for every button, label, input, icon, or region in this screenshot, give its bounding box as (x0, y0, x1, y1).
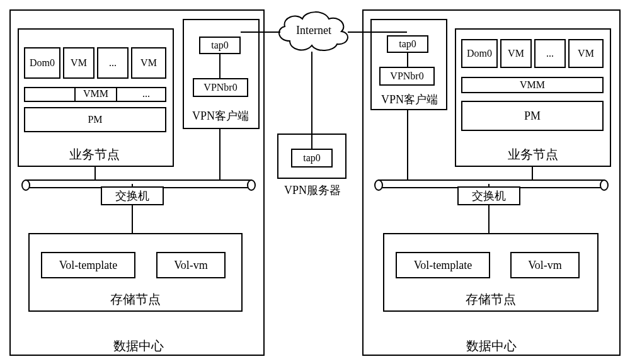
right-pipe-to-switch (488, 184, 490, 186)
left-biz-pm: PM (24, 107, 166, 132)
right-vpn-label: VPN客户端 (378, 92, 441, 107)
right-vpn-tap: tap0 (387, 35, 428, 53)
right-vol-vm-label: Vol-vm (528, 259, 562, 272)
right-biz-label: 业务节点 (501, 146, 564, 163)
left-vmm-dots: ... (134, 88, 159, 100)
left-biz-vm2: VM (131, 47, 166, 79)
right-biz-dots: ... (534, 39, 566, 68)
left-vol-tpl: Vol-template (41, 252, 135, 278)
left-biz-vm2-label: VM (140, 57, 157, 69)
left-vpn-label: VPN客户端 (189, 108, 252, 123)
right-biz-pm-label: PM (524, 110, 541, 123)
left-vol-tpl-label: Vol-template (59, 259, 118, 272)
right-storage-label: 存储节点 (456, 291, 525, 308)
left-vpn-br-label: VPNbr0 (203, 82, 237, 93)
left-vpn-to-pipe (219, 129, 220, 179)
left-vpn-tap-label: tap0 (211, 40, 229, 51)
left-biz-vm1: VM (63, 47, 94, 79)
left-vpn-to-cloud (241, 31, 263, 33)
right-switch-label: 交换机 (472, 188, 506, 203)
right-vol-vm: Vol-vm (510, 252, 580, 278)
left-biz-to-pipe (94, 167, 96, 179)
right-vol-tpl: Vol-template (396, 252, 490, 278)
right-vpn-tap-label: tap0 (399, 38, 416, 50)
right-dc-label: 数据中心 (454, 338, 529, 355)
left-vmm-div1 (74, 87, 76, 102)
right-biz-vm2: VM (568, 39, 604, 68)
right-biz-vm2-label: VM (578, 48, 594, 59)
left-switch-label: 交换机 (115, 188, 149, 203)
left-biz-vm1-label: VM (71, 57, 87, 69)
right-biz-vmm-label: VMM (520, 79, 545, 91)
right-biz-vm1-label: VM (508, 48, 524, 59)
right-vpn-br-label: VPNbr0 (390, 71, 423, 82)
right-biz-pm: PM (461, 101, 604, 131)
right-vpn-vline (407, 53, 408, 67)
left-pipe-to-switch (132, 184, 133, 186)
right-switch-to-storage (488, 205, 490, 233)
left-biz-label: 业务节点 (63, 146, 126, 163)
vpn-server-label: VPN服务器 (281, 183, 344, 198)
left-switch-box: 交换机 (101, 186, 164, 205)
right-switch-box: 交换机 (457, 186, 520, 205)
right-biz-vmm: VMM (461, 77, 604, 93)
left-biz-dots-label: ... (109, 57, 117, 69)
left-vol-vm: Vol-vm (156, 252, 226, 278)
right-vpn-to-pipe (407, 110, 408, 179)
right-biz-to-pipe (532, 167, 533, 179)
left-storage-label: 存储节点 (101, 291, 170, 308)
left-vmm-div2 (116, 87, 117, 102)
internet-label: Internet (289, 24, 339, 37)
left-biz-pm-label: PM (88, 114, 102, 125)
left-switch-to-storage (132, 205, 133, 233)
left-biz-dots: ... (97, 47, 129, 79)
left-biz-dom0-label: Dom0 (30, 57, 55, 69)
left-biz-dom0: Dom0 (24, 47, 60, 79)
right-biz-dom0: Dom0 (461, 39, 498, 68)
left-vpn-tap: tap0 (199, 37, 241, 54)
right-biz-vm1: VM (500, 39, 532, 68)
right-biz-dom0-label: Dom0 (467, 48, 492, 59)
left-dc-label: 数据中心 (101, 338, 176, 355)
left-vmm-label: VMM (79, 88, 112, 100)
right-vpn-br: VPNbr0 (379, 67, 435, 86)
right-vol-tpl-label: Vol-template (414, 259, 472, 272)
right-biz-dots-label: ... (546, 48, 554, 59)
vpn-server-outline (277, 134, 346, 179)
left-vpn-br: VPNbr0 (193, 78, 248, 97)
left-vpn-vline (219, 54, 220, 78)
left-vol-vm-label: Vol-vm (174, 259, 208, 272)
